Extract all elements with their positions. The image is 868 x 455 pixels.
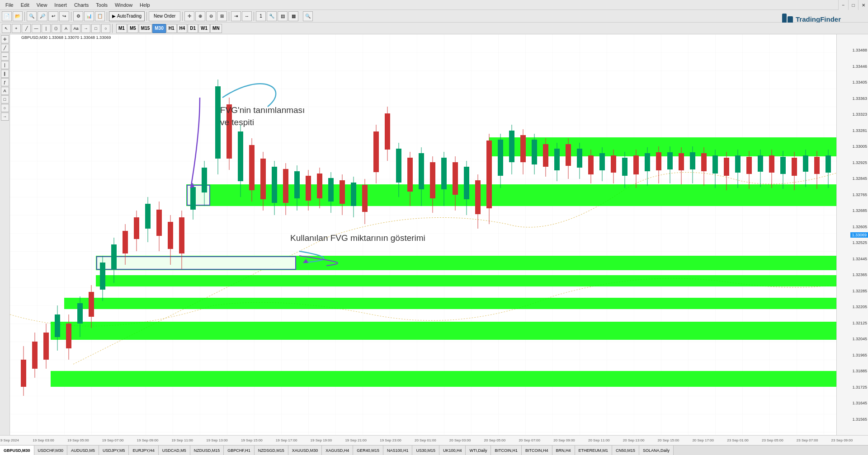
new-chart-button[interactable]: 📄 [2, 11, 12, 21]
svg-rect-11 [55, 314, 60, 337]
timeframe-m5[interactable]: M5 [127, 24, 138, 33]
fvg-definition-text: FVG'nin tanımlanması ve tespiti [220, 104, 305, 128]
close-button[interactable]: ✕ [858, 0, 868, 10]
tab-usdchf-m30[interactable]: USDCHF,M30 [34, 446, 68, 455]
text-left[interactable]: A [1, 87, 9, 95]
line-left[interactable]: ╱ [1, 44, 9, 52]
svg-rect-13 [66, 324, 71, 348]
vline-tool[interactable]: | [42, 24, 51, 33]
tab-nzdsgd-m15[interactable]: NZDSGD,M15 [255, 446, 288, 455]
open-button[interactable]: 📂 [13, 11, 23, 21]
fvg-zone-lower4 [51, 322, 836, 340]
tab-gbpchf-h1[interactable]: GBPCHF,H1 [224, 446, 255, 455]
arrow-left[interactable]: → [1, 113, 9, 121]
timeframe-m1[interactable]: M1 [116, 24, 127, 33]
menu-item-charts[interactable]: Charts [71, 1, 92, 9]
tab-xauusd-m30[interactable]: XAUUSD,M30 [288, 446, 322, 455]
line-tool[interactable]: ╱ [22, 24, 31, 33]
fvg-partial-lower [97, 257, 296, 269]
tab-brn-h4[interactable]: BRN,H4 [552, 446, 575, 455]
menu-item-file[interactable]: File [2, 1, 17, 9]
timeframe-m30[interactable]: M30 [152, 24, 165, 33]
cursor-tool[interactable]: ↖ [2, 24, 11, 33]
fib-left[interactable]: ƒ [1, 78, 9, 86]
fit-screen-button[interactable]: ⊞ [217, 11, 227, 21]
zoom-out-btn2[interactable]: ⊖ [206, 11, 216, 21]
crosshair-left[interactable]: ✛ [1, 35, 9, 43]
timeframe-d1[interactable]: D1 [188, 24, 198, 33]
svg-rect-5 [21, 360, 26, 387]
tab-us30-m15[interactable]: US30,M15 [412, 446, 439, 455]
timeframe-m15[interactable]: M15 [139, 24, 152, 33]
channel-left[interactable]: ∥ [1, 70, 9, 78]
auto-trading-button[interactable]: ▶ AutoTrading [109, 11, 145, 21]
expert-options-button[interactable]: 🔧 [267, 11, 277, 21]
templates-button[interactable]: 📋 [95, 11, 105, 21]
main-chart[interactable]: GBPUSD,M30 1.33068 1.33070 1.33048 1.330… [10, 34, 836, 435]
timeframe-h1[interactable]: H1 [166, 24, 177, 33]
time-label-12: 20 Sep 01:00 [415, 438, 436, 442]
rectangle-tool[interactable]: □ [91, 24, 100, 33]
rectangle-left[interactable]: □ [1, 95, 9, 103]
timeframe-w1[interactable]: W1 [198, 24, 210, 33]
hline-tool[interactable]: — [32, 24, 41, 33]
redo-button[interactable]: ↪ [59, 11, 69, 21]
zoom-in-button[interactable]: 🔍 [27, 11, 37, 21]
tab-audusd-m5[interactable]: AUDUSD,M5 [67, 446, 99, 455]
menu-item-help[interactable]: Help [136, 1, 154, 9]
tab-bitcoin-h1[interactable]: BITCOIN,H1 [491, 446, 522, 455]
timeframe-h4[interactable]: H4 [177, 24, 188, 33]
zoom-in-btn2[interactable]: ⊕ [195, 11, 205, 21]
crosshair-button[interactable]: ✛ [184, 11, 194, 21]
tab-ger40-m15[interactable]: GER40,M15 [353, 446, 383, 455]
arrow-tool[interactable]: → [81, 24, 90, 33]
tab-cn50-m15[interactable]: CN50,M15 [612, 446, 639, 455]
tab-usdjpy-m5[interactable]: USDJPY,M5 [99, 446, 129, 455]
ellipse-tool[interactable]: ○ [101, 24, 110, 33]
label-tool[interactable]: Aa [71, 24, 80, 33]
chart-shift-button[interactable]: ⇥ [231, 11, 241, 21]
menu-item-tools[interactable]: Tools [92, 1, 111, 9]
menu-item-insert[interactable]: Insert [51, 1, 71, 9]
hline-left[interactable]: — [1, 52, 9, 61]
time-label-19: 20 Sep 15:00 [658, 438, 679, 442]
maximize-button[interactable]: □ [848, 0, 858, 10]
one-click-button[interactable]: 1 [256, 11, 266, 21]
minimize-button[interactable]: − [838, 0, 848, 10]
tab-uk100-h4[interactable]: UK100,H4 [439, 446, 466, 455]
zoom-out-button[interactable]: 🔎 [38, 11, 47, 21]
tab-wti-daily[interactable]: WTI,Daily [466, 446, 491, 455]
price-label-7: 1.33005 [852, 144, 867, 149]
tab-bitcoin-h4[interactable]: BITCOIN,H4 [522, 446, 552, 455]
tab-nas100-h1[interactable]: NAS100,H1 [383, 446, 413, 455]
tab-solana-daily[interactable]: SOLANA,Daily [639, 446, 674, 455]
ellipse-left[interactable]: ○ [1, 104, 9, 112]
tab-nzdusd-m15[interactable]: NZDUSD,M15 [190, 446, 224, 455]
svg-rect-95 [532, 140, 537, 164]
vline-left[interactable]: | [1, 61, 9, 69]
menu-item-edit[interactable]: Edit [17, 1, 33, 9]
new-order-button[interactable]: New Order [149, 11, 180, 21]
grid-button[interactable]: ▦ [288, 11, 298, 21]
menu-item-window[interactable]: Window [111, 1, 136, 9]
text-tool[interactable]: A [61, 24, 71, 33]
chart-type-button[interactable]: ▤ [278, 11, 288, 21]
search-button[interactable]: 🔍 [303, 11, 313, 21]
toolbar-separator-4 [146, 12, 147, 21]
tab-eurjpy-h4[interactable]: EURJPY,H4 [129, 446, 158, 455]
indicators-button[interactable]: 📊 [84, 11, 94, 21]
svg-rect-15 [77, 303, 83, 324]
time-label-4: 19 Sep 09:00 [137, 438, 159, 442]
undo-button[interactable]: ↩ [48, 11, 58, 21]
tab-gbpusd-m30[interactable]: GBPUSD,M30 [0, 446, 34, 455]
menu-item-view[interactable]: View [33, 1, 51, 9]
crosshair-tool[interactable]: + [12, 24, 21, 33]
timeframe-mn[interactable]: MN [210, 24, 222, 33]
tab-xagusd-h4[interactable]: XAGUSD,H4 [322, 446, 353, 455]
svg-rect-37 [202, 168, 207, 192]
tab-usdcad-m5[interactable]: USDCAD,M5 [159, 446, 190, 455]
properties-button[interactable]: ⚙ [73, 11, 83, 21]
channel-tool[interactable]: ⟨⟩ [52, 24, 61, 33]
auto-scroll-button[interactable]: ↔ [242, 11, 252, 21]
tab-ethereum-m1[interactable]: ETHEREUM,M1 [575, 446, 613, 455]
